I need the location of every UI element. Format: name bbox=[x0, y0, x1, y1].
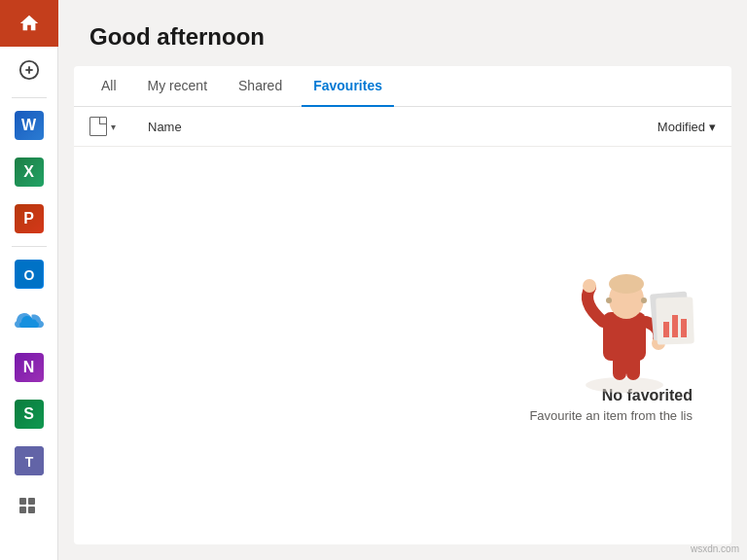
powerpoint-icon: P bbox=[15, 204, 44, 233]
watermark: wsxdn.com bbox=[691, 543, 739, 554]
svg-point-17 bbox=[583, 279, 596, 293]
modified-column-header[interactable]: Modified ▾ bbox=[658, 120, 716, 134]
content-card: All My recent Shared Favourites ▾ Name M… bbox=[74, 66, 731, 544]
onenote-icon: N bbox=[15, 353, 44, 382]
name-column-header: Name bbox=[148, 120, 182, 134]
file-type-icon bbox=[89, 117, 107, 136]
svg-point-11 bbox=[586, 377, 663, 393]
teams-icon: T bbox=[15, 446, 44, 475]
svg-point-25 bbox=[641, 298, 647, 303]
sidebar-item-powerpoint[interactable]: P bbox=[0, 195, 58, 242]
outlook-icon: O bbox=[15, 260, 44, 289]
svg-rect-14 bbox=[603, 312, 646, 361]
svg-text:T: T bbox=[24, 454, 33, 470]
excel-icon: X bbox=[15, 158, 44, 187]
svg-rect-23 bbox=[681, 319, 687, 337]
tab-all[interactable]: All bbox=[89, 66, 128, 107]
empty-illustration bbox=[547, 249, 683, 375]
sidebar-item-word[interactable]: W bbox=[0, 102, 58, 149]
tabs-bar: All My recent Shared Favourites bbox=[74, 66, 731, 107]
svg-rect-7 bbox=[19, 498, 26, 505]
tab-favourites[interactable]: Favourites bbox=[302, 66, 394, 107]
sidebar-divider-1 bbox=[12, 97, 47, 98]
sidebar-item-add[interactable] bbox=[0, 47, 58, 93]
svg-rect-21 bbox=[663, 322, 669, 337]
empty-state: No favorited Favourite an item from the … bbox=[74, 147, 731, 544]
onedrive-icon bbox=[15, 310, 44, 332]
greeting-text: Good afternoon bbox=[58, 0, 747, 66]
svg-point-24 bbox=[606, 298, 612, 303]
add-icon bbox=[18, 59, 40, 81]
sidebar-item-onenote[interactable]: N bbox=[0, 344, 58, 391]
main-content: Good afternoon All My recent Shared Favo… bbox=[58, 0, 747, 560]
tab-shared[interactable]: Shared bbox=[227, 66, 294, 107]
sharepoint-icon: S bbox=[15, 400, 44, 429]
svg-rect-22 bbox=[672, 315, 678, 337]
sidebar: W X P O N bbox=[0, 0, 58, 560]
file-type-filter[interactable]: ▾ bbox=[89, 117, 148, 136]
sidebar-item-excel[interactable]: X bbox=[0, 149, 58, 195]
word-icon: W bbox=[15, 111, 44, 140]
sidebar-item-outlook[interactable]: O bbox=[0, 251, 58, 298]
modified-sort-icon: ▾ bbox=[709, 120, 716, 134]
svg-rect-9 bbox=[19, 507, 26, 513]
sidebar-item-onedrive[interactable] bbox=[0, 298, 58, 344]
empty-subtitle: Favourite an item from the lis bbox=[529, 408, 693, 423]
svg-text:O: O bbox=[23, 267, 34, 283]
sidebar-item-all-apps[interactable] bbox=[0, 484, 58, 531]
table-header: ▾ Name Modified ▾ bbox=[74, 107, 731, 147]
sidebar-item-teams[interactable]: T bbox=[0, 438, 58, 484]
waffle-icon bbox=[18, 497, 40, 518]
svg-rect-8 bbox=[28, 498, 35, 505]
file-type-chevron: ▾ bbox=[111, 122, 116, 132]
home-icon bbox=[18, 13, 40, 34]
svg-rect-10 bbox=[28, 507, 35, 513]
sidebar-divider-2 bbox=[12, 246, 47, 247]
sidebar-item-sharepoint[interactable]: S bbox=[0, 391, 58, 438]
sidebar-item-home[interactable] bbox=[0, 0, 58, 47]
tab-my-recent[interactable]: My recent bbox=[136, 66, 219, 107]
svg-point-16 bbox=[609, 274, 644, 294]
